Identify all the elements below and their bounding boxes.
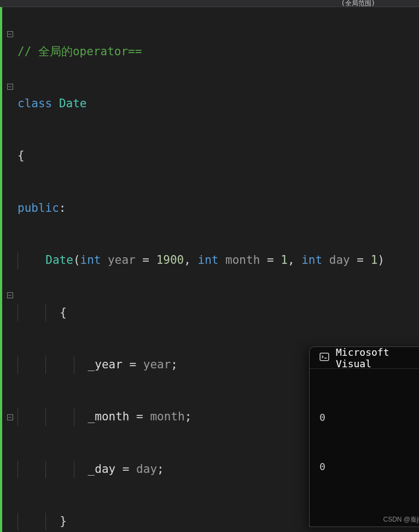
punct: : xyxy=(59,200,66,217)
debug-console-window[interactable]: Microsoft Visual 0 0 D:\代码仓库\le 按任意键关闭此 … xyxy=(309,346,419,527)
punct: ( xyxy=(73,252,80,269)
console-line: 0 xyxy=(319,459,419,475)
param: year xyxy=(101,252,142,269)
op: = xyxy=(129,356,143,374)
code-line[interactable]: { xyxy=(18,147,419,165)
punct: ; xyxy=(185,408,192,426)
code-line[interactable]: Date(int year = 1900, int month = 1, int… xyxy=(18,252,419,269)
code-line[interactable]: // 全局的operator== xyxy=(18,43,419,61)
param: year xyxy=(143,356,171,374)
console-titlebar[interactable]: Microsoft Visual xyxy=(310,347,419,369)
member: _month xyxy=(88,408,137,426)
editor-gutter[interactable]: − − − − xyxy=(2,7,18,532)
brace: { xyxy=(18,147,25,165)
keyword: public xyxy=(18,200,59,217)
member: _day xyxy=(88,461,123,478)
brace: { xyxy=(60,304,67,322)
param: month xyxy=(150,408,184,426)
member: _year xyxy=(88,356,130,374)
number: 1 xyxy=(281,252,288,269)
punct: , xyxy=(288,252,301,269)
param: month xyxy=(218,252,267,269)
keyword: int xyxy=(198,252,219,269)
keyword: int xyxy=(301,252,322,269)
op: = xyxy=(142,252,156,269)
comment-text: // 全局的operator== xyxy=(18,43,142,61)
type-name: Date xyxy=(45,252,73,269)
op: = xyxy=(136,408,150,426)
fold-toggle-icon[interactable]: − xyxy=(7,414,13,420)
number: 1 xyxy=(371,252,378,269)
code-line[interactable]: { xyxy=(18,304,419,322)
fold-toggle-icon[interactable]: − xyxy=(7,84,13,90)
punct: ) xyxy=(377,252,385,269)
op: = xyxy=(267,252,281,269)
param: day xyxy=(136,461,157,478)
punct: ; xyxy=(157,461,164,478)
punct: , xyxy=(184,252,197,269)
keyword: class xyxy=(18,95,52,113)
brace: } xyxy=(60,513,67,530)
svg-rect-0 xyxy=(320,353,329,361)
punct: ; xyxy=(171,356,178,374)
console-output[interactable]: 0 0 D:\代码仓库\le 按任意键关闭此 xyxy=(310,369,419,527)
param: day xyxy=(322,252,357,269)
op: = xyxy=(357,252,370,269)
op: = xyxy=(123,461,136,478)
console-line: 0 xyxy=(319,409,419,426)
fold-toggle-icon[interactable]: − xyxy=(7,31,13,37)
terminal-icon xyxy=(319,352,329,364)
number: 1900 xyxy=(156,252,184,269)
watermark-text: CSDN @秦jh_ xyxy=(383,515,419,524)
keyword: int xyxy=(80,252,101,269)
code-line[interactable]: class Date xyxy=(18,95,419,113)
code-line[interactable]: public: xyxy=(18,200,419,217)
type-name: Date xyxy=(59,95,87,113)
fold-toggle-icon[interactable]: − xyxy=(7,292,13,298)
console-title-text: Microsoft Visual xyxy=(336,346,419,369)
